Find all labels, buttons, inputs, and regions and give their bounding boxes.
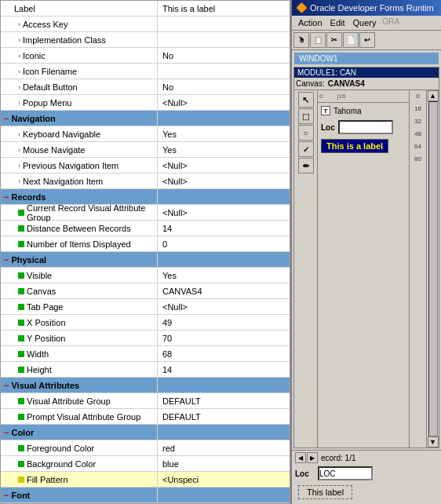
prop-name-text-17: Visible xyxy=(27,271,52,280)
property-panel: LabelThis is a label›Access Key›Implemen… xyxy=(0,0,290,504)
prop-row-26: Prompt Visual Attribute GroupDEFAULT xyxy=(1,409,290,425)
window1-title: WINDOW1 xyxy=(294,53,439,64)
prop-name-text-4: Icon Filename xyxy=(23,67,77,76)
prop-row-3: ›IconicNo xyxy=(1,48,290,64)
prop-value-11: <Null> xyxy=(158,173,290,188)
highlighted-label: This is a label xyxy=(321,139,388,153)
prop-row-1: ›Access Key xyxy=(1,16,290,32)
prop-value-4 xyxy=(158,64,290,79)
rec-prev[interactable]: ◀ xyxy=(295,452,306,463)
prop-value-21: 70 xyxy=(158,331,290,345)
record-row: ◀ ▶ ecord: 1/1 xyxy=(295,452,438,463)
prop-value-13: <Null> xyxy=(158,205,290,220)
prop-row-7: −Navigation xyxy=(1,111,290,126)
scroll-up[interactable]: ▲ xyxy=(428,90,439,101)
canvas-body: 0 |16 T Tahoma Loc xyxy=(318,90,409,447)
prop-value-17: Yes xyxy=(158,268,290,283)
prop-value-31 xyxy=(158,488,290,502)
prop-name-text-0: Label xyxy=(14,4,35,13)
prop-row-23: Height14 xyxy=(1,362,290,378)
prop-row-24: −Visual Attributes xyxy=(1,378,290,393)
prop-value-16 xyxy=(158,252,290,267)
prop-name-text-29: Background Color xyxy=(27,459,96,469)
scroll-track[interactable] xyxy=(428,101,438,436)
loc-input-2[interactable] xyxy=(318,466,373,480)
tool-palette: ↖ ⬚ ○ ✓ ✏ xyxy=(294,90,318,447)
rec-next[interactable]: ▶ xyxy=(307,452,318,463)
ruler-entry-64: 64 xyxy=(410,141,426,153)
prop-name-text-10: Previous Navigation Item xyxy=(23,161,118,170)
tool-arrow[interactable]: ↖ xyxy=(298,92,314,108)
menu-edit[interactable]: Edit xyxy=(327,17,348,28)
prop-value-26: DEFAULT xyxy=(158,409,290,424)
toolbar-btn-4[interactable]: 📄 xyxy=(343,32,359,48)
tool-select[interactable]: ⬚ xyxy=(298,108,314,124)
prop-row-2: ›Implementation Class xyxy=(1,32,290,48)
prop-name-text-16: Physical xyxy=(11,255,46,265)
this-label-static: This label xyxy=(298,485,352,499)
prop-value-7 xyxy=(158,111,290,126)
prop-name-text-8: Keyboard Navigable xyxy=(23,130,100,139)
prop-row-10: ›Previous Navigation Item<Null> xyxy=(1,158,290,173)
menu-action[interactable]: Action xyxy=(295,17,326,28)
menu-query[interactable]: Query xyxy=(350,17,380,28)
prop-name-text-12: Records xyxy=(11,192,46,202)
loc-label-2: Loc xyxy=(295,469,315,478)
tool-check[interactable]: ✓ xyxy=(298,141,314,157)
forms-runtime-title: 🔶 Oracle Developer Forms Runtim xyxy=(292,0,441,16)
prop-value-5: No xyxy=(158,79,290,94)
font-icon: T xyxy=(321,106,330,115)
scroll-down[interactable]: ▼ xyxy=(428,436,439,447)
prop-row-25: Visual Attribute GroupDEFAULT xyxy=(1,393,290,409)
ora-logo: ORA xyxy=(383,17,400,28)
canvas-value: CANVAS4 xyxy=(328,79,365,88)
prop-row-9: ›Mouse NavigateYes xyxy=(1,142,290,158)
prop-name-text-23: Height xyxy=(27,365,52,374)
toolbar-btn-2[interactable]: 📋 xyxy=(310,32,326,48)
prop-value-22: 68 xyxy=(158,346,290,361)
prop-name-text-20: X Position xyxy=(27,318,66,327)
toolbar-btn-5[interactable]: ↩ xyxy=(359,32,375,48)
right-ruler: 0 16 32 48 64 80 xyxy=(409,90,426,447)
prop-name-text-22: Width xyxy=(27,349,49,359)
prop-row-11: ›Next Navigation Item<Null> xyxy=(1,173,290,189)
prop-value-27 xyxy=(158,425,290,440)
prop-value-25: DEFAULT xyxy=(158,393,290,408)
tools-and-canvas: ↖ ⬚ ○ ✓ ✏ 0 |16 xyxy=(294,90,439,447)
font-row: T Tahoma xyxy=(321,106,406,115)
prop-value-14: 14 xyxy=(158,221,290,236)
toolbar-btn-3[interactable]: ✂ xyxy=(326,32,342,48)
prop-name-text-30: Fill Pattern xyxy=(27,475,68,484)
prop-name-text-15: Number of Items Displayed xyxy=(27,239,131,249)
prop-name-text-13: Current Record Visual Attribute Group xyxy=(27,203,157,222)
prop-name-text-21: Y Position xyxy=(27,334,65,343)
prop-row-14: Distance Between Records14 xyxy=(1,221,290,236)
prop-value-18: CANVAS4 xyxy=(158,283,290,298)
loc-input-1[interactable] xyxy=(338,120,393,134)
tool-draw[interactable]: ✏ xyxy=(298,158,314,173)
prop-value-1 xyxy=(158,16,290,31)
prop-name-text-3: Iconic xyxy=(23,51,46,60)
prop-name-text-5: Default Button xyxy=(23,82,78,92)
this-label-container: This label xyxy=(295,482,438,502)
module1-title-text: MODULE1: CAN xyxy=(297,68,356,77)
prop-name-text-25: Visual Attribute Group xyxy=(27,396,111,406)
module-canvas-area: MODULE1: CAN Canvas: CANVAS4 ↖ ⬚ ○ ✓ ✏ xyxy=(293,67,439,448)
prop-row-4: ›Icon Filename xyxy=(1,64,290,79)
prop-name-text-2: Implementation Class xyxy=(23,35,106,45)
prop-name-text-26: Prompt Visual Attribute Group xyxy=(27,412,140,422)
tool-circle[interactable]: ○ xyxy=(298,125,314,141)
prop-name-text-18: Canvas xyxy=(27,287,56,296)
prop-row-8: ›Keyboard NavigableYes xyxy=(1,126,290,142)
vertical-scrollbar: ▲ ▼ xyxy=(426,90,439,447)
prop-value-8: Yes xyxy=(158,126,290,141)
prop-name-text-6: Popup Menu xyxy=(23,98,71,108)
record-nav: ◀ ▶ xyxy=(295,452,318,463)
prop-name-text-1: Access Key xyxy=(23,20,67,29)
prop-value-19: <Null> xyxy=(158,299,290,314)
bottom-record-area: ◀ ▶ ecord: 1/1 xyxy=(292,450,441,465)
prop-value-2 xyxy=(158,32,290,47)
prop-name-text-24: Visual Attributes xyxy=(11,381,79,390)
toolbar-btn-1[interactable]: 🖱 xyxy=(293,32,309,48)
prop-row-27: −Color xyxy=(1,425,290,440)
